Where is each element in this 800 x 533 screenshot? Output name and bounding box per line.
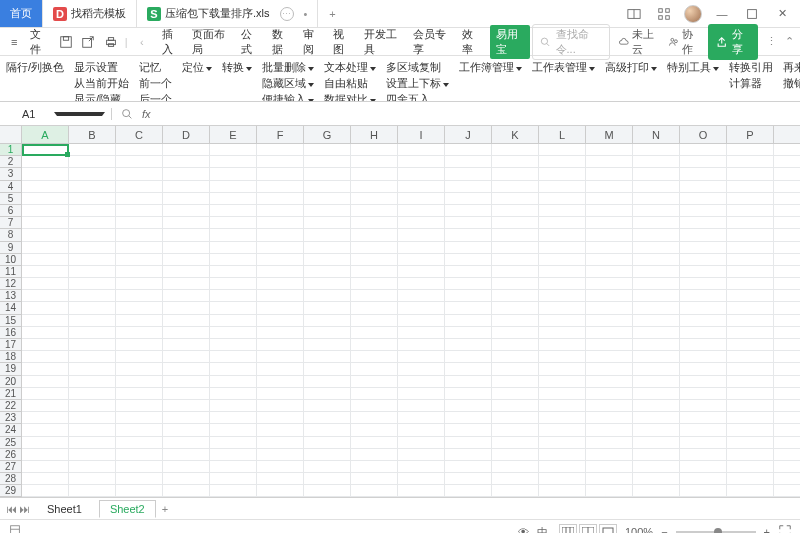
row-header[interactable]: 26 [0,449,21,461]
cell[interactable] [445,181,492,192]
cell[interactable] [492,461,539,472]
cell[interactable] [539,388,586,399]
cell[interactable] [539,449,586,460]
cell[interactable] [492,205,539,216]
cell[interactable] [304,290,351,301]
ribbon-print[interactable]: 高级打印 [605,60,657,74]
cell[interactable] [633,217,680,228]
cell[interactable] [116,400,163,411]
cell[interactable] [163,302,210,313]
cell[interactable] [257,290,304,301]
cell[interactable] [304,449,351,460]
cell[interactable] [539,217,586,228]
cell[interactable] [351,278,398,289]
row-header[interactable]: 16 [0,327,21,339]
column-header[interactable]: P [727,126,774,143]
cell[interactable] [727,156,774,167]
maximize-icon[interactable] [742,4,762,24]
cell[interactable] [69,205,116,216]
cell[interactable] [398,449,445,460]
ribbon-convert[interactable]: 转换 [222,60,252,74]
cell[interactable] [539,278,586,289]
cell[interactable] [257,473,304,484]
cell[interactable] [351,412,398,423]
cell[interactable] [633,351,680,362]
cell[interactable] [351,302,398,313]
cell[interactable] [586,205,633,216]
cell[interactable] [492,424,539,435]
ribbon-locate[interactable]: 定位 [182,60,212,74]
cell[interactable] [304,315,351,326]
cell[interactable] [69,376,116,387]
cell[interactable] [398,278,445,289]
cell[interactable] [398,424,445,435]
tab-templates[interactable]: D 找稻壳模板 [43,0,137,27]
cell[interactable] [680,266,727,277]
column-header[interactable]: I [398,126,445,143]
menu-pagelayout[interactable]: 页面布局 [190,25,231,59]
cell[interactable] [257,156,304,167]
column-header[interactable]: F [257,126,304,143]
ribbon-alt-row-color[interactable]: 隔行/列换色 [6,60,64,74]
cell[interactable] [351,424,398,435]
export-icon[interactable] [80,33,96,51]
column-header[interactable]: G [304,126,351,143]
cell[interactable] [586,315,633,326]
cell[interactable] [69,242,116,253]
cell[interactable] [163,217,210,228]
cell[interactable] [633,412,680,423]
column-header[interactable]: E [210,126,257,143]
cell[interactable] [539,266,586,277]
cell[interactable] [680,400,727,411]
cell[interactable] [210,351,257,362]
cell[interactable] [586,144,633,155]
avatar[interactable] [684,5,702,23]
cell[interactable] [398,327,445,338]
row-header[interactable]: 24 [0,424,21,436]
cell[interactable] [210,254,257,265]
cell[interactable] [727,376,774,387]
cell[interactable] [445,412,492,423]
cell[interactable] [445,290,492,301]
cell[interactable] [69,424,116,435]
cell[interactable] [586,485,633,496]
cell[interactable] [633,181,680,192]
cell[interactable] [445,376,492,387]
cell[interactable] [680,339,727,350]
cell[interactable] [257,461,304,472]
cell[interactable] [351,205,398,216]
menu-view[interactable]: 视图 [331,25,354,59]
cell[interactable] [163,290,210,301]
cell[interactable] [69,473,116,484]
cell[interactable] [304,437,351,448]
cell[interactable] [492,437,539,448]
cell[interactable] [539,412,586,423]
cell[interactable] [257,412,304,423]
cell[interactable] [727,242,774,253]
ribbon-text[interactable]: 文本处理 自由粘贴 数据对比 [324,60,376,102]
cell[interactable] [163,254,210,265]
cell[interactable] [633,376,680,387]
cell[interactable] [116,266,163,277]
cell[interactable] [539,302,586,313]
cell[interactable] [210,485,257,496]
cell[interactable] [680,449,727,460]
cell[interactable] [445,485,492,496]
cell[interactable] [22,388,69,399]
print-icon[interactable] [103,33,119,51]
cell[interactable] [539,156,586,167]
cell[interactable] [304,205,351,216]
cell[interactable] [69,168,116,179]
cell[interactable] [22,424,69,435]
cell[interactable] [680,327,727,338]
cell[interactable] [116,424,163,435]
cell[interactable] [22,437,69,448]
cell[interactable] [539,485,586,496]
cell[interactable] [633,193,680,204]
sheet-nav-first-icon[interactable]: ⏮ [6,503,17,515]
cell[interactable] [22,181,69,192]
cell[interactable] [257,363,304,374]
cell[interactable] [633,278,680,289]
row-header[interactable]: 17 [0,339,21,351]
cell[interactable] [492,315,539,326]
